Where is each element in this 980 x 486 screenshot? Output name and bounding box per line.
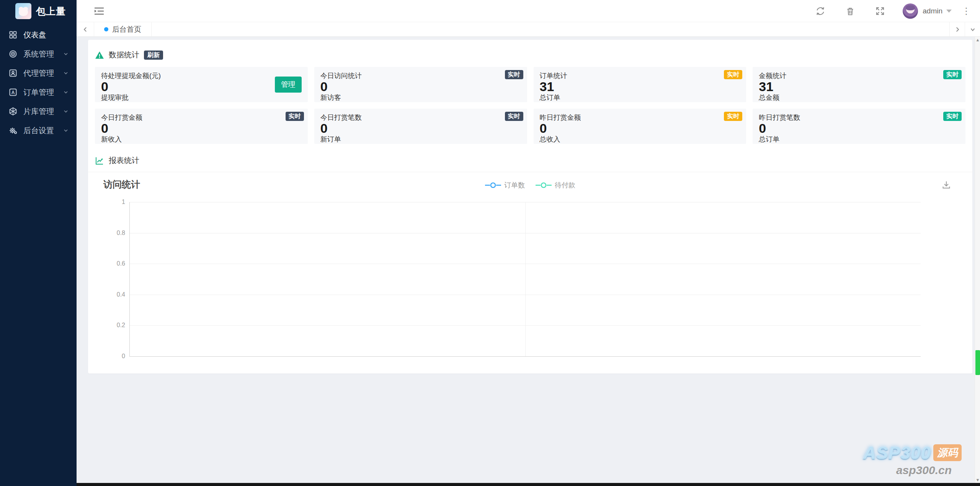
sidebar-item-order[interactable]: A 订单管理 <box>0 83 77 102</box>
stat-card-label: 昨日打赏笔数 <box>759 113 959 122</box>
stat-card-sub: 提现审批 <box>101 93 302 103</box>
legend-item-orders[interactable]: 订单数 <box>485 181 525 190</box>
stat-card-sub: 新访客 <box>320 93 521 103</box>
stat-card-amount: 金额统计 31 总金额 实时 <box>753 67 965 102</box>
y-axis-tick: 0 <box>122 353 125 360</box>
agent-icon <box>8 68 18 78</box>
sidebar-item-label: 订单管理 <box>23 87 54 98</box>
chart-header: 访问统计 订单数 待付款 <box>88 178 972 194</box>
stat-card-value: 0 <box>101 81 302 92</box>
tab-bar: 后台首页 <box>77 22 980 37</box>
stat-card-value: 0 <box>320 122 521 134</box>
tab-menu-dropdown-icon[interactable] <box>965 22 980 36</box>
stat-card-today-reward-amount: 今日打赏金额 0 新收入 实时 <box>95 109 308 144</box>
sidebar: 包上量 仪表盘 系统管理 代理管理 <box>0 0 77 486</box>
status-badge: 实时 <box>724 70 742 79</box>
user-menu[interactable]: admin <box>923 7 952 15</box>
scroll-down-icon[interactable]: ▼ <box>975 477 980 483</box>
more-menu-icon[interactable]: ⋮ <box>956 7 980 16</box>
stat-card-label: 今日打赏笔数 <box>320 113 521 122</box>
svg-text:A: A <box>11 90 15 95</box>
sidebar-item-library[interactable]: 片库管理 <box>0 102 77 121</box>
vertical-scrollbar[interactable]: ▲ ▼ <box>975 37 980 483</box>
stat-card-value: 0 <box>320 81 521 92</box>
stat-card-today-reward-count: 今日打赏笔数 0 新订单 实时 <box>314 109 527 144</box>
system-icon <box>8 49 18 59</box>
stat-card-orders: 订单统计 31 总订单 实时 <box>534 67 746 102</box>
stat-card-label: 今日访问统计 <box>320 71 521 80</box>
caret-down-icon <box>946 10 952 13</box>
legend-label: 待付款 <box>555 181 575 190</box>
trash-icon[interactable] <box>835 6 865 16</box>
refresh-badge[interactable]: 刷新 <box>144 51 163 60</box>
order-icon: A <box>8 88 18 97</box>
legend-item-pending[interactable]: 待付款 <box>536 181 575 190</box>
warning-triangle-icon <box>95 51 104 60</box>
stats-section: 数据统计 刷新 待处理提现金额(元) 0 提现审批 管理 今日访问统计 0 新访… <box>88 40 972 144</box>
y-axis-tick: 0.8 <box>117 230 125 236</box>
chevron-down-icon <box>63 70 69 76</box>
sidebar-item-dashboard[interactable]: 仪表盘 <box>0 25 77 44</box>
status-badge: 实时 <box>724 112 742 121</box>
stat-card-withdraw: 待处理提现金额(元) 0 提现审批 管理 <box>95 67 308 102</box>
x-gridline <box>525 202 526 356</box>
top-header: admin ⋮ <box>77 0 980 22</box>
stat-card-label: 昨日打赏金额 <box>540 113 740 122</box>
scroll-up-icon[interactable]: ▲ <box>975 37 980 43</box>
y-axis-tick: 1 <box>122 199 125 205</box>
status-badge: 实时 <box>505 70 523 79</box>
logo: 包上量 <box>0 0 77 22</box>
chart-section: 访问统计 订单数 待付款 <box>88 172 972 357</box>
scrollbar-thumb[interactable] <box>975 350 980 375</box>
stat-card-sub: 总收入 <box>540 134 740 144</box>
tab-scroll-right-icon[interactable] <box>949 22 965 36</box>
tab-scroll-left-icon[interactable] <box>77 22 94 36</box>
y-axis-tick: 0.2 <box>117 322 125 329</box>
legend-label: 订单数 <box>504 181 525 190</box>
trend-chart-icon <box>95 156 104 165</box>
active-tab-dot <box>104 27 108 31</box>
manage-button[interactable]: 管理 <box>275 77 302 93</box>
legend-line-icon <box>485 182 501 188</box>
stat-card-label: 订单统计 <box>540 71 740 80</box>
fullscreen-icon[interactable] <box>865 6 895 16</box>
header-actions: admin ⋮ <box>805 3 980 19</box>
stat-card-sub: 新订单 <box>320 134 521 144</box>
stat-card-sub: 总金额 <box>759 93 959 103</box>
stat-card-label: 金额统计 <box>759 71 959 80</box>
sidebar-toggle-icon[interactable] <box>94 7 105 15</box>
sidebar-item-agent[interactable]: 代理管理 <box>0 64 77 83</box>
stat-card-value: 31 <box>540 81 740 92</box>
stat-card-value: 31 <box>759 81 959 92</box>
chevron-down-icon <box>63 51 69 57</box>
status-badge: 实时 <box>505 112 523 121</box>
y-axis-tick: 0.4 <box>117 291 125 298</box>
stat-card-yesterday-reward-amount: 昨日打赏金额 0 总收入 实时 <box>534 109 746 144</box>
chevron-down-icon <box>63 127 69 134</box>
refresh-icon[interactable] <box>805 6 835 16</box>
tab-bar-right-controls <box>949 22 980 36</box>
stats-section-header: 数据统计 刷新 <box>95 50 965 60</box>
watermark-site: asp300.cn <box>863 464 952 477</box>
sidebar-item-label: 后台设置 <box>23 126 54 136</box>
chevron-down-icon <box>63 108 69 114</box>
report-section-title: 报表统计 <box>109 155 139 166</box>
stat-card-sub: 总订单 <box>759 134 959 144</box>
stat-card-value: 0 <box>759 122 959 134</box>
dashboard-panel: 数据统计 刷新 待处理提现金额(元) 0 提现审批 管理 今日访问统计 0 新访… <box>88 40 972 373</box>
tab-home[interactable]: 后台首页 <box>94 22 152 36</box>
legend-line-icon <box>536 182 552 188</box>
user-avatar[interactable] <box>903 3 918 19</box>
library-icon <box>8 107 18 116</box>
download-icon[interactable] <box>941 180 951 190</box>
username-label: admin <box>923 7 942 15</box>
bottom-bar <box>0 483 980 486</box>
sidebar-item-settings[interactable]: 后台设置 <box>0 121 77 140</box>
logo-title: 包上量 <box>36 5 66 18</box>
stat-card-visits: 今日访问统计 0 新访客 实时 <box>314 67 527 102</box>
sidebar-item-system[interactable]: 系统管理 <box>0 44 77 64</box>
sidebar-item-label: 代理管理 <box>23 68 54 78</box>
report-section-header: 报表统计 <box>88 144 972 172</box>
sidebar-item-label: 仪表盘 <box>23 30 46 40</box>
dashboard-icon <box>8 30 18 39</box>
